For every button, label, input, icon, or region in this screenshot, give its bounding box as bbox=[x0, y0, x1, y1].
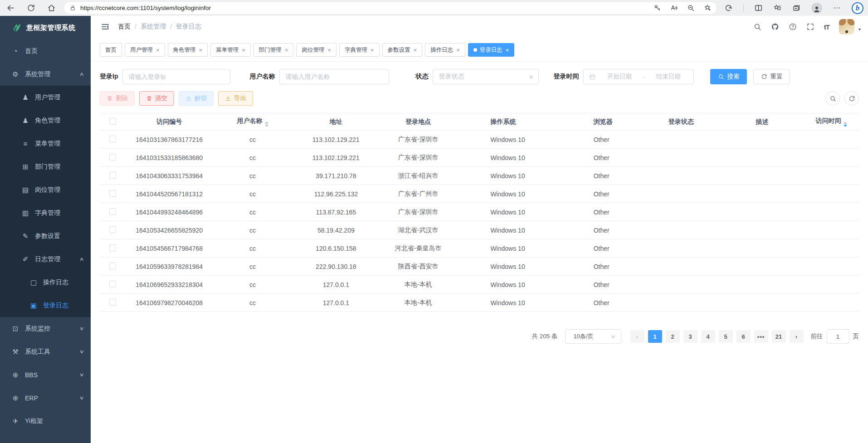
next-page-button[interactable]: › bbox=[790, 330, 804, 343]
close-icon[interactable]: × bbox=[327, 47, 331, 53]
sidebar-item-dict-management[interactable]: ▥字典管理 bbox=[0, 201, 91, 224]
row-checkbox[interactable] bbox=[109, 244, 116, 251]
github-icon[interactable] bbox=[771, 23, 779, 31]
more-pages-button[interactable]: ••• bbox=[754, 330, 768, 343]
app-logo[interactable]: 意框架管理系统 bbox=[0, 16, 91, 39]
close-icon[interactable]: × bbox=[456, 47, 460, 53]
search-icon[interactable] bbox=[753, 23, 761, 31]
close-icon[interactable]: × bbox=[199, 47, 203, 53]
tab-角色管理[interactable]: 角色管理× bbox=[168, 43, 208, 57]
select-all-checkbox[interactable] bbox=[109, 118, 116, 125]
close-icon[interactable]: × bbox=[371, 47, 374, 53]
row-checkbox[interactable] bbox=[109, 136, 116, 142]
reset-button[interactable]: 重置 bbox=[753, 69, 790, 84]
sidebar-item-post-management[interactable]: ▤岗位管理 bbox=[0, 178, 91, 201]
tab-岗位管理[interactable]: 岗位管理× bbox=[296, 43, 336, 57]
tab-菜单管理[interactable]: 菜单管理× bbox=[210, 43, 251, 57]
sidebar-item-bbs[interactable]: ⊕BBS∨ bbox=[0, 363, 91, 386]
collapse-sidebar-icon[interactable] bbox=[101, 22, 110, 31]
sidebar-item-system-management[interactable]: ⚙系统管理∧ bbox=[0, 63, 91, 86]
read-aloud-icon[interactable] bbox=[670, 4, 678, 12]
add-favorite-icon[interactable] bbox=[704, 4, 712, 12]
sidebar-item-operation-log[interactable]: ▢操作日志 bbox=[0, 271, 91, 294]
row-checkbox[interactable] bbox=[109, 263, 116, 269]
sort-asc-icon[interactable] bbox=[265, 122, 268, 124]
search-button[interactable]: 搜索 bbox=[710, 69, 747, 84]
tab-首页[interactable]: 首页 bbox=[100, 43, 122, 57]
bing-chat-icon[interactable] bbox=[852, 2, 863, 14]
help-icon[interactable] bbox=[789, 23, 797, 31]
page-button-1[interactable]: 1 bbox=[648, 330, 662, 343]
sidebar-item-param-settings[interactable]: ✎参数设置 bbox=[0, 224, 91, 248]
tab-部门管理[interactable]: 部门管理× bbox=[254, 43, 294, 57]
unlock-button[interactable]: 解锁 bbox=[179, 91, 214, 106]
close-icon[interactable]: × bbox=[156, 47, 160, 53]
home-icon[interactable] bbox=[47, 4, 56, 12]
row-checkbox[interactable] bbox=[109, 154, 116, 161]
row-checkbox[interactable] bbox=[109, 172, 116, 179]
page-button-4[interactable]: 4 bbox=[701, 330, 715, 343]
breadcrumb-item[interactable]: 首页 bbox=[118, 23, 131, 31]
avatar-caret-icon[interactable]: ▾ bbox=[858, 27, 861, 34]
tab-参数设置[interactable]: 参数设置× bbox=[382, 43, 423, 57]
table-search-toggle-button[interactable] bbox=[825, 91, 840, 106]
page-button-6[interactable]: 6 bbox=[736, 330, 751, 343]
sort-desc-icon[interactable] bbox=[844, 125, 847, 127]
collections-icon[interactable] bbox=[792, 4, 801, 12]
goto-page-input[interactable] bbox=[827, 329, 849, 344]
close-icon[interactable]: × bbox=[242, 47, 245, 53]
sidebar-item-log-management[interactable]: ✐日志管理∧ bbox=[0, 248, 91, 271]
sidebar-item-login-log[interactable]: ▣登录日志 bbox=[0, 294, 91, 317]
sidebar-item-system-monitor[interactable]: ⊡系统监控∨ bbox=[0, 317, 91, 340]
page-size-select[interactable]: 10条/页 ∨ bbox=[565, 329, 621, 344]
url-text[interactable]: https://ccnetcore.com:1101/system/log/lo… bbox=[80, 5, 648, 11]
row-checkbox[interactable] bbox=[109, 190, 116, 197]
ip-input[interactable] bbox=[128, 73, 224, 80]
back-icon[interactable] bbox=[6, 4, 15, 12]
tab-登录日志[interactable]: 登录日志× bbox=[468, 43, 515, 57]
sidebar-item-role-management[interactable]: ♟角色管理 bbox=[0, 109, 91, 132]
column-header-user_name[interactable]: 用户名称 bbox=[213, 113, 292, 131]
font-size-icon[interactable]: tT bbox=[824, 23, 829, 31]
browser-essentials-icon[interactable] bbox=[724, 4, 733, 12]
sort-icons[interactable] bbox=[265, 122, 268, 127]
username-input[interactable] bbox=[285, 73, 383, 80]
tab-字典管理[interactable]: 字典管理× bbox=[339, 43, 380, 57]
status-select[interactable]: 登录状态 ∨ bbox=[433, 69, 539, 84]
sidebar-item-home[interactable]: ◔首页 bbox=[0, 39, 91, 63]
page-button-21[interactable]: 21 bbox=[772, 330, 786, 343]
sort-desc-icon[interactable] bbox=[265, 125, 268, 127]
row-checkbox[interactable] bbox=[109, 208, 116, 215]
sidebar-item-menu-management[interactable]: ≡菜单管理 bbox=[0, 132, 91, 155]
browser-profile-avatar[interactable] bbox=[811, 3, 822, 14]
sidebar-item-erp[interactable]: ⊕ERP∨ bbox=[0, 386, 91, 409]
address-bar[interactable]: https://ccnetcore.com:1101/system/log/lo… bbox=[64, 2, 717, 14]
split-screen-icon[interactable] bbox=[754, 4, 763, 12]
password-key-icon[interactable] bbox=[653, 4, 661, 12]
sidebar-item-system-tools[interactable]: ⚒系统工具∨ bbox=[0, 340, 91, 363]
delete-button[interactable]: 删除 bbox=[100, 91, 135, 106]
table-refresh-button[interactable] bbox=[844, 91, 859, 106]
page-button-2[interactable]: 2 bbox=[666, 330, 680, 343]
date-range-picker[interactable]: 开始日期 - 结束日期 bbox=[583, 69, 694, 84]
favorites-icon[interactable] bbox=[773, 4, 782, 12]
tab-操作日志[interactable]: 操作日志× bbox=[425, 43, 465, 57]
prev-page-button[interactable]: ‹ bbox=[630, 330, 644, 343]
export-button[interactable]: 导出 bbox=[218, 91, 253, 106]
sidebar-item-user-management[interactable]: ♟用户管理 bbox=[0, 86, 91, 109]
sidebar-item-dept-management[interactable]: ⊞部门管理 bbox=[0, 155, 91, 178]
sort-icons[interactable] bbox=[844, 122, 847, 127]
close-icon[interactable]: × bbox=[285, 47, 288, 53]
zoom-out-icon[interactable] bbox=[687, 4, 695, 12]
browser-menu-icon[interactable] bbox=[833, 4, 841, 12]
row-checkbox[interactable] bbox=[109, 299, 116, 306]
page-button-3[interactable]: 3 bbox=[683, 330, 697, 343]
lock-icon[interactable] bbox=[69, 5, 76, 11]
row-checkbox[interactable] bbox=[109, 281, 116, 287]
tab-用户管理[interactable]: 用户管理× bbox=[125, 43, 165, 57]
user-avatar[interactable] bbox=[839, 19, 854, 34]
reload-icon[interactable] bbox=[27, 4, 35, 12]
row-checkbox[interactable] bbox=[109, 226, 116, 233]
page-button-5[interactable]: 5 bbox=[719, 330, 733, 343]
sidebar-item-yi-framework[interactable]: ✈Yi框架 bbox=[0, 409, 91, 433]
